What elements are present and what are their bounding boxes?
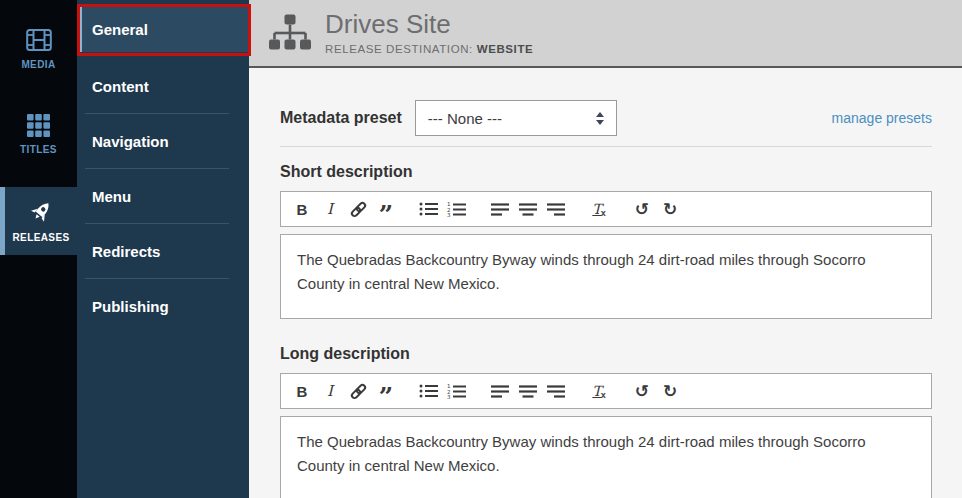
nav-item-label: Menu xyxy=(92,188,131,205)
align-right-button[interactable] xyxy=(542,377,570,405)
sidebar-item-releases[interactable]: RELEASES xyxy=(0,187,77,255)
bold-button[interactable]: B xyxy=(288,377,316,405)
nav-item-navigation[interactable]: Navigation xyxy=(77,114,249,168)
short-description-editor[interactable]: The Quebradas Backcountry Byway winds th… xyxy=(280,234,932,319)
clear-formatting-button[interactable]: Tx xyxy=(585,377,613,405)
metadata-preset-select[interactable]: --- None --- xyxy=(415,100,617,136)
align-center-icon xyxy=(519,203,538,216)
unordered-list-button[interactable] xyxy=(415,377,443,405)
ordered-list-button[interactable]: 1 2 3 xyxy=(443,195,471,223)
redo-icon: ↻ xyxy=(663,199,677,219)
release-destination-label: RELEASE DESTINATION: xyxy=(325,43,473,55)
sidebar-item-media[interactable]: MEDIA xyxy=(0,17,77,81)
align-center-button[interactable] xyxy=(514,377,542,405)
link-button[interactable] xyxy=(344,377,372,405)
sidebar-item-titles[interactable]: TITLES xyxy=(0,102,77,166)
section-heading: Short description xyxy=(280,163,932,181)
unordered-list-icon xyxy=(419,202,439,216)
primary-sidebar: MEDIA TITLES xyxy=(0,0,77,498)
ordered-list-button[interactable]: 1 2 3 xyxy=(443,377,471,405)
metadata-preset-label: Metadata preset xyxy=(280,109,402,127)
long-description-editor[interactable]: The Quebradas Backcountry Byway winds th… xyxy=(280,416,932,498)
nav-item-menu[interactable]: Menu xyxy=(77,169,249,223)
redo-icon: ↻ xyxy=(663,381,677,401)
release-destination-value: WEBSITE xyxy=(477,43,534,55)
italic-button[interactable]: I xyxy=(316,377,344,405)
sitemap-icon xyxy=(268,13,312,53)
section-divider xyxy=(280,146,932,147)
clear-formatting-button[interactable]: Tx xyxy=(585,195,613,223)
link-icon xyxy=(349,200,368,219)
undo-icon: ↺ xyxy=(635,199,649,219)
secondary-sidebar: General Content Navigation Menu Redirect… xyxy=(77,0,249,498)
header-titles: Drives Site RELEASE DESTINATION: WEBSITE xyxy=(325,11,533,54)
blockquote-button[interactable]: ” xyxy=(372,377,400,405)
unordered-list-icon xyxy=(419,384,439,398)
undo-button[interactable]: ↺ xyxy=(628,377,656,405)
align-center-icon xyxy=(519,385,538,398)
bold-icon: B xyxy=(297,201,308,218)
undo-button[interactable]: ↺ xyxy=(628,195,656,223)
ordered-list-icon: 1 2 3 xyxy=(447,384,467,399)
align-left-button[interactable] xyxy=(486,195,514,223)
align-left-button[interactable] xyxy=(486,377,514,405)
align-left-icon xyxy=(491,203,510,216)
sidebar-item-label: RELEASES xyxy=(12,232,69,243)
redo-button[interactable]: ↻ xyxy=(656,377,684,405)
align-right-button[interactable] xyxy=(542,195,570,223)
align-right-icon xyxy=(547,203,566,216)
sidebar-item-label: TITLES xyxy=(20,144,57,155)
link-icon xyxy=(349,382,368,401)
short-description-section: Short description B I ” xyxy=(280,163,932,319)
undo-icon: ↺ xyxy=(635,381,649,401)
align-right-icon xyxy=(547,385,566,398)
select-arrows-icon xyxy=(596,112,604,125)
nav-item-label: Navigation xyxy=(92,133,169,150)
selected-option: --- None --- xyxy=(428,110,502,127)
ordered-list-icon: 1 2 3 xyxy=(447,202,467,217)
rocket-icon xyxy=(28,199,54,225)
nav-item-general[interactable]: General xyxy=(77,7,249,52)
blockquote-button[interactable]: ” xyxy=(372,195,400,223)
page-header: Drives Site RELEASE DESTINATION: WEBSITE xyxy=(249,0,962,68)
metadata-preset-row: Metadata preset --- None --- manage pres… xyxy=(280,100,932,136)
bold-icon: B xyxy=(297,383,308,400)
sidebar-item-label: MEDIA xyxy=(21,59,55,70)
content-panel: Metadata preset --- None --- manage pres… xyxy=(249,68,962,498)
section-heading: Long description xyxy=(280,345,932,363)
nav-item-redirects[interactable]: Redirects xyxy=(77,224,249,278)
manage-presets-link[interactable]: manage presets xyxy=(832,110,932,126)
nav-item-label: General xyxy=(92,21,148,38)
italic-button[interactable]: I xyxy=(316,195,344,223)
blockquote-icon: ” xyxy=(379,382,393,411)
italic-icon: I xyxy=(327,200,333,218)
film-icon xyxy=(26,28,52,52)
unordered-list-button[interactable] xyxy=(415,195,443,223)
blockquote-icon: ” xyxy=(379,200,393,229)
rich-text-toolbar: B I ” xyxy=(280,191,932,227)
app-window: MEDIA TITLES xyxy=(0,0,962,498)
nav-item-content[interactable]: Content xyxy=(77,59,249,113)
nav-item-publishing[interactable]: Publishing xyxy=(77,279,249,333)
redo-button[interactable]: ↻ xyxy=(656,195,684,223)
link-button[interactable] xyxy=(344,195,372,223)
bold-button[interactable]: B xyxy=(288,195,316,223)
nav-item-label: Content xyxy=(92,78,149,95)
svg-text:3: 3 xyxy=(447,394,451,399)
nav-item-label: Publishing xyxy=(92,298,169,315)
long-description-section: Long description B I ” xyxy=(280,345,932,498)
main-area: Drives Site RELEASE DESTINATION: WEBSITE… xyxy=(249,0,962,498)
align-left-icon xyxy=(491,385,510,398)
page-title: Drives Site xyxy=(325,11,533,38)
svg-text:3: 3 xyxy=(447,212,451,217)
nav-item-label: Redirects xyxy=(92,243,160,260)
align-center-button[interactable] xyxy=(514,195,542,223)
italic-icon: I xyxy=(327,382,333,400)
release-destination: RELEASE DESTINATION: WEBSITE xyxy=(325,43,533,55)
grid-icon xyxy=(27,114,50,137)
rich-text-toolbar: B I ” xyxy=(280,373,932,409)
